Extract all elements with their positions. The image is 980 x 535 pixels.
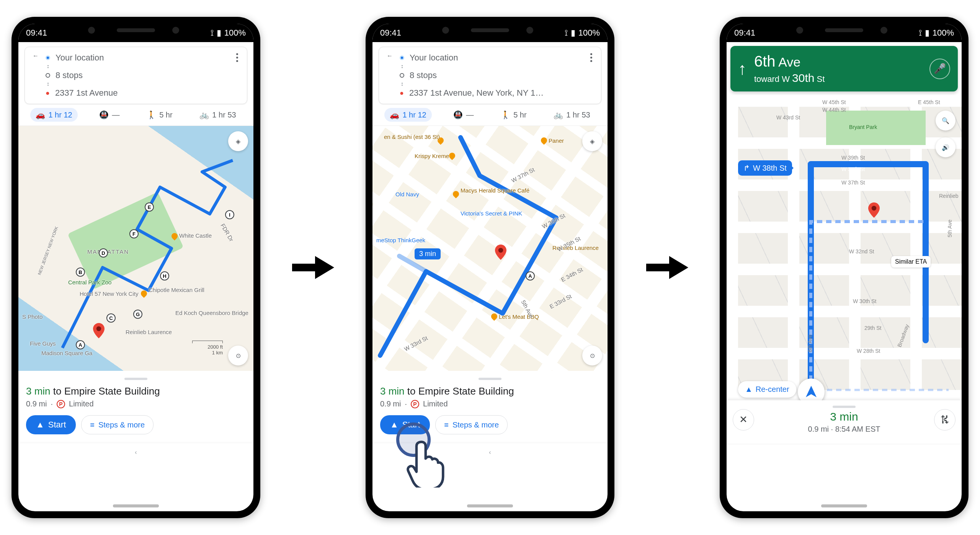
destination-label: 2337 1st Avenue, New York, NY 1…: [409, 88, 544, 98]
district-label: MANHATTAN: [87, 248, 129, 255]
nav-sound-button[interactable]: 🔊: [936, 137, 956, 157]
tab-walking[interactable]: 🚶5 hr: [495, 108, 532, 122]
start-navigation-button[interactable]: ▲Start: [26, 415, 76, 434]
my-location-button[interactable]: ⊙: [228, 346, 248, 365]
eta-bubble: 3 min: [415, 248, 441, 259]
back-arrow-icon: ←: [387, 52, 393, 59]
start-navigation-button[interactable]: ▲Start: [380, 415, 430, 434]
steps-label: Steps & more: [452, 421, 499, 429]
street-label: W 38th St: [841, 166, 865, 172]
android-back-icon[interactable]: ‹: [489, 449, 491, 456]
navigation-map-canvas[interactable]: Bryant Park W 45th St W 44th St W 43rd S…: [727, 95, 962, 444]
poi-label: en & Sushi (est 36 St): [384, 134, 440, 140]
transit-icon: 🚇: [453, 110, 463, 119]
route-summary-sheet[interactable]: 3 min to Empire State Building 0.9 mi· P…: [18, 371, 253, 442]
alternate-route-label[interactable]: Similar ETA: [891, 256, 931, 268]
map-layers-button[interactable]: ◈: [582, 131, 602, 151]
poi-label: Hotel 57 New York City: [80, 290, 138, 297]
street-label: W 45th St: [822, 99, 846, 105]
android-back-icon[interactable]: ‹: [135, 449, 137, 456]
transit-time: —: [112, 111, 119, 119]
navigation-direction-banner[interactable]: ↑ 6th Ave toward W 30th St 🎤: [730, 46, 958, 91]
eta-title: 3 min to Empire State Building: [26, 385, 246, 397]
destination-pin-icon: [495, 245, 506, 256]
poi-label: Reinlieb Laurence: [126, 329, 172, 335]
tab-cycling[interactable]: 🚲1 hr 53: [194, 108, 241, 122]
nav-eta-time: 3 min: [754, 410, 934, 423]
tab-driving[interactable]: 🚗1 hr 12: [384, 108, 431, 122]
tab-transit[interactable]: 🚇—: [448, 108, 479, 122]
origin-row[interactable]: Your location: [400, 51, 585, 65]
steps-and-more-button[interactable]: ≡Steps & more: [81, 415, 154, 434]
alternate-routes-button[interactable]: ⛕: [934, 409, 956, 431]
exit-navigation-button[interactable]: ✕: [733, 409, 754, 431]
street-label: W 30th St: [853, 298, 876, 304]
fork-icon: ⛕: [940, 414, 950, 426]
location-icon: ⟟: [211, 28, 214, 38]
destination-row[interactable]: ●2337 1st Avenue, New York, NY 1…: [400, 86, 585, 100]
crosshair-icon: ⊙: [236, 352, 241, 359]
navigation-bottom-bar[interactable]: ✕ 3 min 0.9 mi · 8:54 AM EST ⛕: [727, 400, 962, 444]
poi-label: Chipotle Mexican Grill: [149, 287, 204, 293]
status-bar: 09:41 ⟟ ▮ 100%: [727, 24, 962, 42]
route-search-card: ← Your location 8 stops ●2337 1st Avenue…: [379, 47, 601, 104]
tab-transit[interactable]: 🚇—: [94, 108, 125, 122]
map-layers-button[interactable]: ◈: [228, 131, 248, 151]
stops-row[interactable]: 8 stops: [46, 69, 231, 82]
map-canvas[interactable]: MANHATTAN NEW JERSEY NEW YORK White Cast…: [18, 126, 253, 371]
battery-percent: 100%: [224, 28, 246, 38]
tab-walking[interactable]: 🚶5 hr: [141, 108, 178, 122]
travel-mode-tabs: 🚗1 hr 12 🚇— 🚶5 hr 🚲1 hr 53: [372, 104, 608, 126]
tab-driving[interactable]: 🚗1 hr 12: [30, 108, 77, 122]
parking-icon: P: [411, 400, 419, 408]
recenter-button[interactable]: ▲Re-center: [738, 381, 796, 398]
walk-icon: 🚶: [501, 110, 510, 119]
overflow-menu-button[interactable]: [585, 51, 597, 62]
phone-frame-3: 09:41 ⟟ ▮ 100% ↑ 6th Ave toward W 30th S…: [720, 17, 969, 518]
stop-marker: A: [76, 340, 85, 349]
destination-pin-icon: ●: [400, 89, 404, 97]
list-icon: ≡: [444, 421, 449, 429]
back-button[interactable]: ←: [28, 51, 43, 59]
street-label: 29th St: [864, 325, 881, 331]
stops-label: 8 stops: [410, 70, 437, 80]
stop-marker: G: [133, 310, 142, 319]
walk-icon: 🚶: [147, 110, 156, 119]
direction-toward: toward W 30th St: [754, 72, 922, 85]
back-button[interactable]: ←: [382, 51, 397, 59]
voice-search-button[interactable]: 🎤: [929, 59, 950, 79]
my-location-button[interactable]: ⊙: [582, 346, 602, 365]
bike-time: 1 hr 53: [212, 111, 236, 119]
origin-dot-icon: [46, 55, 50, 60]
poi-label: Central Park Zoo: [68, 279, 111, 285]
battery-icon: ▮: [925, 28, 929, 38]
turn-right-icon: ↱: [743, 163, 750, 173]
steps-and-more-button[interactable]: ≡Steps & more: [435, 415, 508, 434]
street-label: W 37th St: [841, 179, 865, 186]
start-label: Start: [48, 420, 66, 430]
travel-mode-tabs: 🚗1 hr 12 🚇— 🚶5 hr 🚲1 hr 53: [18, 104, 253, 126]
svg-point-0: [96, 326, 101, 331]
street-label: W 32nd St: [849, 248, 874, 254]
tab-cycling[interactable]: 🚲1 hr 53: [548, 108, 595, 122]
map-canvas[interactable]: en & Sushi (est 36 St) Krispy Kreme Pane…: [372, 126, 608, 371]
waypoint-connector-icon: [46, 65, 50, 68]
nav-eta-sub: 0.9 mi · 8:54 AM EST: [754, 425, 934, 434]
drag-handle-icon[interactable]: [833, 406, 856, 408]
destination-row[interactable]: ● 2337 1st Avenue: [46, 86, 231, 100]
drag-handle-icon[interactable]: [479, 378, 501, 380]
nav-search-button[interactable]: 🔍: [936, 111, 956, 130]
navigate-icon: ▲: [36, 420, 44, 430]
overflow-menu-button[interactable]: [231, 51, 243, 62]
route-summary-sheet[interactable]: 3 min to Empire State Building 0.9 mi· P…: [372, 371, 608, 442]
poi-label: Old Navy: [395, 191, 419, 197]
origin-label: Your location: [56, 53, 104, 63]
stops-row[interactable]: 8 stops: [400, 69, 585, 82]
poi-label: Ed Koch Queensboro Bridge: [175, 310, 248, 316]
drag-handle-icon[interactable]: [124, 378, 147, 380]
navigate-icon: ▲: [745, 385, 753, 394]
origin-row[interactable]: Your location: [46, 51, 231, 65]
street-label: 5th Ave: [947, 220, 953, 237]
poi-label: Macys Herald Square Café: [461, 187, 529, 194]
stop-marker: C: [106, 313, 116, 323]
